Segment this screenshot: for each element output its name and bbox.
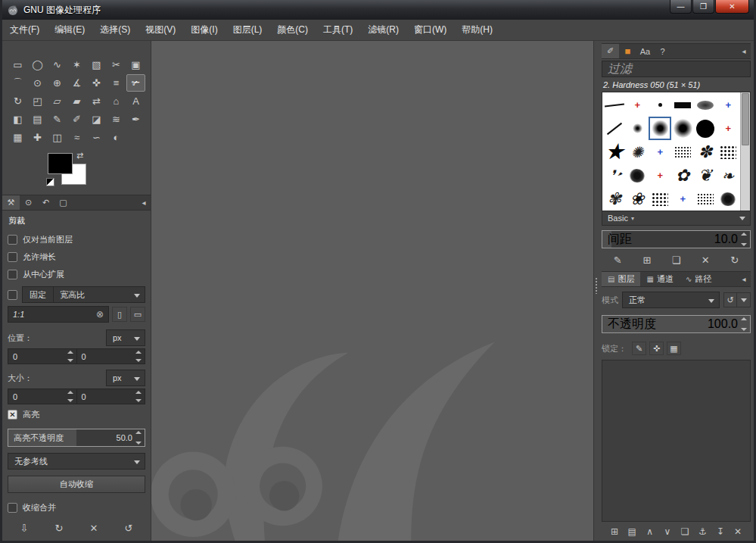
spinner-arrows[interactable] <box>67 391 75 402</box>
lower-layer-button[interactable]: ∨ <box>659 526 676 537</box>
fixed-value[interactable]: 宽高比 <box>54 287 145 302</box>
patterns-tab[interactable]: ■ <box>619 44 636 58</box>
menu-item[interactable]: 窗口(W) <box>406 20 454 40</box>
brush-item[interactable] <box>717 164 739 187</box>
perspective-clone-tool[interactable]: ◫ <box>48 129 67 146</box>
blur-sharpen-tool[interactable]: ≈ <box>67 129 86 146</box>
layer-mode-combo[interactable]: 正常 <box>622 292 720 308</box>
brush-item[interactable] <box>649 117 671 140</box>
measure-tool[interactable]: ∡ <box>67 74 86 92</box>
brush-item[interactable] <box>649 140 671 164</box>
layers-list[interactable] <box>602 360 751 522</box>
brush-item[interactable] <box>603 187 626 211</box>
brush-scrollbar[interactable] <box>740 92 750 211</box>
checkbox[interactable] <box>8 235 17 245</box>
restore-options-button[interactable]: ↻ <box>51 523 67 534</box>
position-unit-combo[interactable]: px <box>106 329 145 346</box>
menu-item[interactable]: 工具(T) <box>316 20 360 40</box>
layer-opacity-slider[interactable]: 不透明度 100.0 <box>602 315 751 333</box>
brush-item[interactable] <box>671 164 694 187</box>
flip-tool[interactable]: ⇄ <box>87 92 106 110</box>
menu-item[interactable]: 帮助(H) <box>454 20 500 40</box>
menu-item[interactable]: 视图(V) <box>138 20 183 40</box>
menu-item[interactable]: 编辑(E) <box>47 20 92 40</box>
device-status-tab[interactable]: ⊙ <box>20 195 37 210</box>
brush-item[interactable] <box>626 93 649 117</box>
spinner-arrows[interactable] <box>741 232 748 246</box>
lock-pixels-button[interactable]: ✎ <box>632 342 646 355</box>
dock-resize-gutter[interactable] <box>594 41 599 541</box>
channels-tab[interactable]: ▦ 通道 <box>640 272 679 286</box>
perspective-tool[interactable]: ▰ <box>67 92 86 110</box>
brush-item[interactable] <box>694 140 717 164</box>
new-layer-button[interactable]: ⊞ <box>606 526 623 537</box>
select-by-color-tool[interactable]: ▧ <box>87 56 106 73</box>
edit-brush-button[interactable]: ✎ <box>609 254 626 266</box>
ink-tool[interactable]: ✒ <box>126 111 145 128</box>
mode-switch-button[interactable] <box>737 292 751 307</box>
brush-item[interactable] <box>649 93 671 117</box>
anchor-layer-button[interactable]: ⚓ <box>694 526 711 537</box>
scissors-select-tool[interactable]: ✂ <box>107 56 126 73</box>
pencil-tool[interactable]: ✎ <box>48 111 67 128</box>
brush-item[interactable] <box>671 140 694 164</box>
menu-item[interactable]: 图层(L) <box>226 20 270 40</box>
brush-item[interactable] <box>649 187 671 211</box>
airbrush-tool[interactable]: ≋ <box>107 111 126 128</box>
brush-item[interactable] <box>671 117 694 140</box>
brush-item[interactable] <box>603 117 626 140</box>
brush-item[interactable] <box>626 117 649 140</box>
fuzzy-select-tool[interactable]: ✶ <box>67 56 86 73</box>
panel-menu-button[interactable]: ◂ <box>737 272 751 286</box>
ellipse-select-tool[interactable]: ◯ <box>28 56 47 73</box>
close-button[interactable]: ✕ <box>715 0 749 14</box>
checkbox[interactable] <box>8 252 17 262</box>
option-checkbox-row[interactable]: 允许增长 <box>8 248 145 266</box>
tool-options-tab[interactable]: ⚒ <box>2 195 20 210</box>
size-unit-combo[interactable]: px <box>106 370 145 386</box>
brush-item[interactable] <box>694 187 717 211</box>
brush-item[interactable] <box>717 117 739 140</box>
crop-tool[interactable]: ✃ <box>126 74 145 92</box>
aspect-ratio-input[interactable]: 1:1 ⊗ <box>8 306 109 323</box>
pointer-tab[interactable]: ▢ <box>54 195 72 210</box>
save-options-button[interactable]: ⇩ <box>16 523 33 534</box>
rectangle-select-tool[interactable]: ▭ <box>8 56 27 73</box>
spinner-arrows[interactable] <box>135 391 143 402</box>
highlight-opacity-slider[interactable]: 高亮不透明度 50.0 <box>8 429 145 447</box>
duplicate-brush-button[interactable]: ❏ <box>667 254 684 266</box>
scale-tool[interactable]: ◰ <box>28 92 47 110</box>
menu-item[interactable]: 选择(S) <box>92 20 138 40</box>
menu-item[interactable]: 颜色(C) <box>269 20 316 40</box>
brush-item[interactable] <box>626 140 649 164</box>
menu-item[interactable]: 图像(I) <box>183 20 225 40</box>
lock-alpha-button[interactable]: ▦ <box>667 342 681 355</box>
brush-item[interactable] <box>694 117 717 140</box>
brush-item[interactable] <box>626 187 649 211</box>
free-select-tool[interactable]: ∿ <box>48 56 67 73</box>
new-brush-button[interactable]: ⊞ <box>639 254 655 266</box>
position-y-input[interactable]: 0 <box>77 348 146 364</box>
raise-layer-button[interactable]: ∧ <box>642 526 658 537</box>
dodge-burn-tool[interactable]: ◐ <box>107 129 126 146</box>
scrollbar-thumb[interactable] <box>742 93 749 145</box>
brush-item[interactable] <box>694 93 717 117</box>
bucket-fill-tool[interactable]: ◧ <box>8 111 27 128</box>
zoom-tool[interactable]: ⊕ <box>48 74 67 92</box>
fonts-tab[interactable]: Aa <box>636 44 654 58</box>
rotate-tool[interactable]: ↻ <box>8 92 27 110</box>
autoshrink-button[interactable]: 自动收缩 <box>8 476 145 493</box>
refresh-brushes-button[interactable]: ↻ <box>726 254 743 266</box>
panel-menu-button[interactable]: ◂ <box>737 44 751 58</box>
heal-tool[interactable]: ✚ <box>28 129 47 146</box>
canvas[interactable] <box>151 41 593 541</box>
brush-item[interactable] <box>671 187 694 211</box>
reset-options-button[interactable]: ↺ <box>120 523 137 534</box>
brush-item[interactable] <box>694 164 717 187</box>
document-history-tab[interactable]: ? <box>654 44 671 58</box>
position-x-input[interactable]: 0 <box>8 348 77 364</box>
undo-history-tab[interactable]: ↶ <box>37 195 54 210</box>
checkbox[interactable] <box>8 270 17 279</box>
menu-item[interactable]: 文件(F) <box>2 20 47 40</box>
highlight-checkbox[interactable] <box>8 410 17 420</box>
